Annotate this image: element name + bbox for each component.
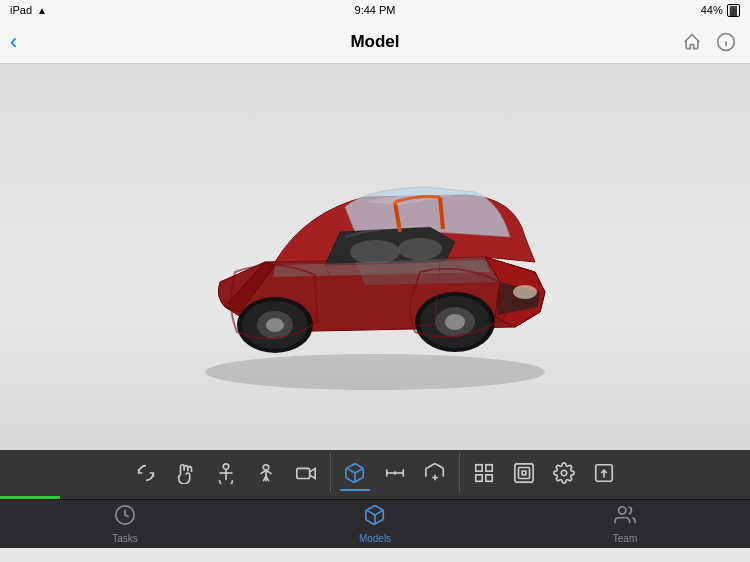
back-button[interactable]: ‹ <box>10 29 17 55</box>
svg-point-34 <box>561 470 567 476</box>
tab-team-label: Team <box>613 533 637 544</box>
svg-rect-28 <box>486 465 492 471</box>
svg-point-14 <box>266 318 284 332</box>
status-time: 9:44 PM <box>355 4 396 16</box>
toolbar-layers-btn[interactable] <box>504 453 544 493</box>
toolbar <box>0 450 750 496</box>
status-left: iPad ▲ <box>10 4 47 16</box>
tasks-icon <box>114 504 136 531</box>
tab-tasks[interactable]: Tasks <box>0 500 250 548</box>
toolbar-box-btn[interactable] <box>335 453 375 493</box>
tab-models-label: Models <box>359 533 391 544</box>
toolbar-pan-btn[interactable] <box>166 453 206 493</box>
toolbar-add-model-btn[interactable] <box>415 453 455 493</box>
wifi-icon: ▲ <box>37 5 47 16</box>
info-icon-button[interactable] <box>712 28 740 56</box>
svg-point-6 <box>513 285 537 299</box>
svg-rect-29 <box>476 475 482 481</box>
toolbar-group-nav <box>122 453 331 493</box>
team-icon <box>614 504 636 531</box>
device-label: iPad <box>10 4 32 16</box>
svg-rect-27 <box>476 465 482 471</box>
nav-bar: ‹ Model <box>0 20 750 64</box>
toolbar-settings-btn[interactable] <box>544 453 584 493</box>
toolbar-hierarchy-btn[interactable] <box>464 453 504 493</box>
status-right: 44% ▓ <box>701 4 740 17</box>
svg-rect-19 <box>297 468 310 478</box>
svg-point-15 <box>223 464 229 470</box>
toolbar-anchor-btn[interactable] <box>206 453 246 493</box>
toolbar-group-scene <box>460 453 628 493</box>
toolbar-camera-btn[interactable] <box>286 453 326 493</box>
svg-rect-33 <box>522 471 526 475</box>
status-bar: iPad ▲ 9:44 PM 44% ▓ <box>0 0 750 20</box>
car-model <box>125 97 625 417</box>
tab-team[interactable]: Team <box>500 500 750 548</box>
svg-point-4 <box>350 240 400 264</box>
nav-icons <box>678 28 740 56</box>
tab-tasks-label: Tasks <box>112 533 138 544</box>
3d-viewport[interactable] <box>0 64 750 450</box>
svg-rect-32 <box>519 468 530 479</box>
toolbar-measure-btn[interactable] <box>375 453 415 493</box>
tab-models[interactable]: Models <box>250 500 500 548</box>
svg-rect-31 <box>515 464 533 482</box>
toolbar-group-model <box>331 453 460 493</box>
nav-title: Model <box>350 32 399 52</box>
car-svg <box>145 107 605 407</box>
tab-bar: Tasks Models Team <box>0 499 750 548</box>
svg-rect-30 <box>486 475 492 481</box>
svg-point-5 <box>398 238 442 260</box>
models-icon <box>364 504 386 531</box>
svg-point-10 <box>445 314 465 330</box>
toolbar-export-btn[interactable] <box>584 453 624 493</box>
svg-point-3 <box>205 354 545 390</box>
toolbar-rotate-btn[interactable] <box>126 453 166 493</box>
svg-point-39 <box>619 507 626 514</box>
toolbar-person-btn[interactable] <box>246 453 286 493</box>
battery-percent: 44% <box>701 4 723 16</box>
battery-icon: ▓ <box>727 4 740 17</box>
home-icon-button[interactable] <box>678 28 706 56</box>
